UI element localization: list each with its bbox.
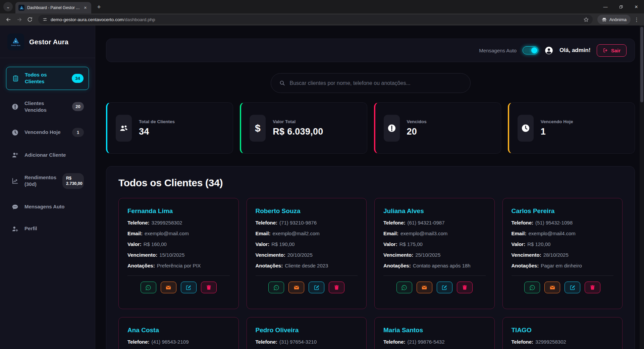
sidebar: Gestor Aura Gestor Aura Todos os Cliente… — [0, 26, 95, 349]
main-content: Mensagens Auto Olá, admin! Sair — [95, 26, 644, 349]
client-phone: Telefone:32999258302 — [127, 220, 230, 226]
search-input[interactable] — [290, 80, 462, 86]
stat-label: Vencendo Hoje — [541, 119, 573, 124]
forward-icon[interactable] — [14, 14, 24, 24]
email-icon — [165, 285, 171, 291]
field-value: 15/10/2025 — [159, 252, 184, 258]
sidebar-item-perfil[interactable]: Perfil — [6, 221, 89, 237]
delete-button[interactable] — [329, 282, 344, 293]
sidebar-item-rendimentos[interactable]: Rendimentos (30d) R$ 2.730,00 — [6, 169, 89, 193]
field-value: R$ 175,00 — [399, 241, 423, 247]
whatsapp-button[interactable] — [268, 282, 284, 293]
field-label: Valor: — [127, 241, 142, 247]
scrollbar-thumb[interactable] — [640, 27, 643, 102]
chat-icon — [11, 203, 19, 211]
sidebar-item-clientes-vencidos[interactable]: Clientes Vencidos 20 — [6, 96, 89, 118]
email-button[interactable] — [288, 282, 304, 293]
sidebar-item-label: Todos os Clientes — [25, 71, 66, 85]
sidebar-item-badge: 20 — [72, 102, 84, 111]
close-window-button[interactable]: ✕ — [629, 0, 644, 13]
brand-logo-icon: Gestor Aura — [7, 34, 24, 50]
stat-label: Total de Clientes — [139, 119, 175, 124]
sidebar-item-mensagens-auto[interactable]: Mensagens Auto — [6, 199, 89, 215]
client-due: Vencimento:20/10/2025 — [256, 252, 358, 258]
client-card: Ana Costa Telefone:(41) 96543-2109 — [118, 317, 239, 349]
minimize-button[interactable]: — — [598, 0, 613, 13]
browser-tab[interactable]: Dashboard - Painel Gestor Aura ✕ — [15, 2, 91, 13]
client-email: Email:exemplo@mail2.com — [256, 231, 358, 236]
client-phone: Telefone:(61) 94321-0987 — [383, 220, 486, 226]
window-controls: — ✕ — [598, 0, 644, 13]
stat-value: 20 — [407, 127, 427, 137]
client-name: Ana Costa — [127, 327, 230, 334]
sidebar-item-label: Rendimentos (30d) — [24, 174, 57, 188]
edit-icon — [314, 285, 320, 291]
dollar-icon: $ — [250, 115, 266, 142]
stat-card-vencidos: Vencidos 20 — [374, 102, 501, 154]
incognito-label: Anônima — [609, 17, 627, 22]
email-button[interactable] — [417, 282, 432, 293]
email-icon — [421, 285, 427, 291]
incognito-badge[interactable]: Anônima — [597, 15, 631, 24]
edit-button[interactable] — [309, 282, 324, 293]
restore-button[interactable] — [613, 0, 629, 13]
whatsapp-button[interactable] — [396, 282, 412, 293]
new-tab-button[interactable]: + — [95, 3, 103, 11]
messages-auto-toggle[interactable] — [523, 46, 538, 54]
sidebar-item-todos-os-clientes[interactable]: Todos os Clientes 34 — [6, 67, 89, 90]
brand-logo-caption: Gestor Aura — [11, 45, 20, 46]
delete-button[interactable] — [457, 282, 473, 293]
back-icon[interactable] — [3, 14, 13, 24]
email-icon — [293, 285, 300, 291]
clock-icon — [518, 115, 534, 142]
edit-button[interactable] — [437, 282, 452, 293]
site-settings-icon[interactable] — [42, 17, 48, 22]
clients-grid-row1: Fernanda Lima Telefone:32999258302 Email… — [118, 198, 623, 309]
client-notes: Anotações:Contato apenas após 18h — [383, 263, 486, 268]
sidebar-nav: Todos os Clientes 34 Clientes Vencidos 2… — [0, 63, 95, 246]
delete-button[interactable] — [585, 282, 600, 293]
edit-button[interactable] — [565, 282, 580, 293]
search-icon — [279, 80, 285, 86]
greeting-text: Olá, admin! — [559, 47, 591, 54]
tab-search-button[interactable]: ⌄ — [3, 2, 13, 11]
sidebar-item-badge: 1 — [72, 128, 84, 137]
whatsapp-button[interactable] — [141, 282, 156, 293]
search-box[interactable] — [271, 73, 471, 93]
sidebar-item-badge: R$ 2.730,00 — [62, 173, 84, 189]
page-scrollbar[interactable] — [640, 26, 644, 349]
address-bar[interactable]: demo-gestor-aura.centavocerto.com/dashbo… — [38, 15, 593, 24]
users-icon — [116, 115, 132, 142]
whatsapp-icon — [401, 285, 407, 291]
client-notes: Anotações:Pagar em dinheiro — [512, 263, 614, 268]
sidebar-item-label: Perfil — [24, 225, 84, 232]
delete-button[interactable] — [201, 282, 217, 293]
brand-name: Gestor Aura — [29, 38, 68, 46]
reload-icon[interactable] — [25, 14, 35, 24]
user-circle-icon — [544, 46, 553, 55]
field-label: Vencimento: — [256, 252, 285, 258]
whatsapp-button[interactable] — [524, 282, 540, 293]
field-label: Valor: — [256, 241, 270, 247]
field-label: Vencimento: — [383, 252, 413, 258]
card-actions — [512, 282, 614, 293]
email-icon — [549, 285, 555, 291]
bookmark-star-icon[interactable] — [582, 15, 591, 24]
email-button[interactable] — [544, 282, 560, 293]
field-value: Pagar em dinheiro — [541, 263, 582, 268]
trash-icon — [334, 285, 339, 290]
user-gear-icon — [11, 225, 19, 233]
card-actions — [383, 282, 486, 293]
field-label: Telefone: — [512, 220, 534, 226]
clients-panel-title: Todos os Clientes (34) — [118, 177, 623, 189]
trash-icon — [590, 285, 595, 290]
logout-button[interactable]: Sair — [597, 44, 627, 57]
client-phone: Telefone:(31) 97654-3210 — [256, 339, 358, 345]
edit-button[interactable] — [181, 282, 197, 293]
sidebar-item-adicionar-cliente[interactable]: Adicionar Cliente — [6, 147, 89, 163]
browser-menu-icon[interactable]: ⋮ — [633, 15, 641, 24]
client-name: Roberto Souza — [256, 207, 358, 215]
sidebar-item-vencendo-hoje[interactable]: Vencendo Hoje 1 — [6, 123, 89, 141]
tab-close-icon[interactable]: ✕ — [83, 5, 88, 11]
email-button[interactable] — [161, 282, 176, 293]
